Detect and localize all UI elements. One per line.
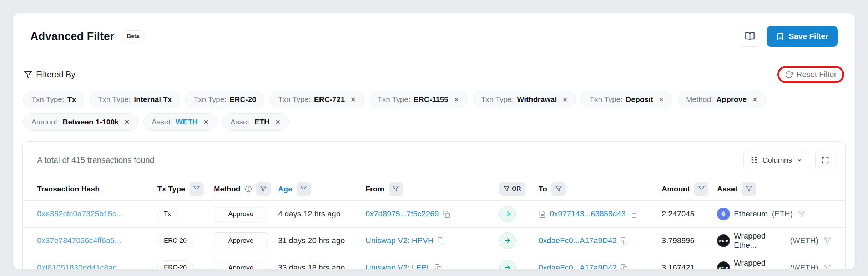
chip-close-icon[interactable]: ✕ <box>562 96 568 103</box>
fullscreen-button[interactable] <box>815 151 835 169</box>
chip-close-icon[interactable]: ✕ <box>752 96 758 103</box>
asset-row-filter-icon[interactable] <box>824 237 831 244</box>
table-row: 0xf81051830dd41c8ac... ERC-20 Approve 33… <box>23 254 845 270</box>
asset-filter-button[interactable] <box>742 182 756 196</box>
transaction-hash-link[interactable]: 0xe352cfc0a7325b15c... <box>37 209 123 218</box>
or-label: OR <box>512 185 521 193</box>
to-address-link[interactable]: 0xdaeFc0...A17a9D42 <box>539 236 617 245</box>
copy-icon[interactable] <box>620 264 628 270</box>
age-filter-button[interactable] <box>297 182 311 196</box>
from-address-link[interactable]: Uniswap V2: HPVH <box>365 236 434 245</box>
to-filter-button[interactable] <box>551 182 566 196</box>
chip-close-icon[interactable]: ✕ <box>658 96 664 103</box>
asset-icon-text: WETH <box>718 266 728 270</box>
filter-chip: Txn Type: Deposit ✕ <box>581 91 672 108</box>
beta-badge: Beta <box>121 30 146 42</box>
asset-icon: WETH <box>717 261 730 270</box>
to-address-link[interactable]: 0xdaeFc0...A17a9D42 <box>539 263 617 270</box>
chip-label: Txn Type: <box>378 95 410 104</box>
filtered-by-row: Filtered By Reset Filter <box>22 66 846 83</box>
method-help-icon[interactable] <box>245 185 252 193</box>
asset-icon <box>717 208 730 220</box>
age-value: 31 days 20 hrs ago <box>278 236 365 245</box>
table-header-row: Transaction Hash Tx Type Method Age From <box>23 177 845 201</box>
filtered-by-label: Filtered By <box>36 70 75 80</box>
filter-chip: Txn Type: Tx <box>23 91 84 108</box>
chip-label: Txn Type: <box>590 95 622 104</box>
chip-label: Amount: <box>31 118 59 126</box>
chip-value: WETH <box>176 118 198 126</box>
filter-chip: Txn Type: Internal Tx <box>90 91 180 108</box>
chip-value: Deposit <box>626 95 653 104</box>
method-badge-button[interactable]: Approve <box>214 206 268 222</box>
asset-symbol: (WETH) <box>790 236 818 245</box>
asset-row-filter-icon[interactable] <box>798 210 805 218</box>
copy-icon[interactable] <box>443 210 450 218</box>
bookmark-icon <box>776 32 784 41</box>
chip-close-icon[interactable]: ✕ <box>124 119 130 126</box>
copy-icon[interactable] <box>629 210 637 218</box>
col-to: To <box>539 185 547 193</box>
filter-chip: Txn Type: ERC-721 ✕ <box>270 91 364 108</box>
chip-label: Txn Type: <box>193 95 226 104</box>
tx-type-filter-button[interactable] <box>190 182 204 196</box>
method-filter-button[interactable] <box>256 182 271 196</box>
chip-value: ETH <box>254 118 269 126</box>
to-address-link[interactable]: 0x977143...63858d43 <box>550 209 626 219</box>
reset-filter-annotation: Reset Filter <box>777 66 844 83</box>
asset-icon: WETH <box>717 234 730 247</box>
chip-close-icon[interactable]: ✕ <box>454 96 459 103</box>
chip-label: Asset: <box>152 118 172 126</box>
from-address-link[interactable]: 0x7d8975...7f5c2269 <box>365 209 439 219</box>
tx-type-badge: ERC-20 <box>157 234 193 248</box>
chip-value: Approve <box>716 95 747 104</box>
filter-chip: Asset: WETH ✕ <box>143 113 217 131</box>
chip-value: ERC-721 <box>314 95 345 104</box>
asset-name: Wrapped Ethe... <box>734 259 786 270</box>
method-badge-button[interactable]: Approve <box>214 232 268 249</box>
chip-close-icon[interactable]: ✕ <box>275 119 281 126</box>
direction-arrow-icon <box>499 232 516 249</box>
chip-close-icon[interactable]: ✕ <box>203 119 209 126</box>
col-amount: Amount <box>662 185 690 193</box>
method-badge-button[interactable]: Approve <box>214 260 268 270</box>
saved-filters-button[interactable] <box>739 26 761 47</box>
age-value: 33 days 18 hrs ago <box>278 263 365 270</box>
page-title: Advanced Filter <box>30 30 115 43</box>
results-summary: A total of 415 transactions found <box>37 155 155 165</box>
copy-icon[interactable] <box>434 264 442 270</box>
chip-close-icon[interactable]: ✕ <box>350 96 356 103</box>
copy-icon[interactable] <box>437 237 445 245</box>
amount-value: 3.167421 <box>662 263 717 270</box>
funnel-icon <box>24 70 32 79</box>
from-address-link[interactable]: Uniswap V2: LEPL <box>365 263 431 270</box>
amount-value: 3.798896 <box>662 236 717 245</box>
direction-arrow-icon <box>499 206 516 222</box>
col-from: From <box>365 185 384 193</box>
chevron-down-icon <box>796 157 803 163</box>
copy-icon[interactable] <box>620 237 628 245</box>
col-asset: Asset <box>717 185 737 193</box>
from-filter-button[interactable] <box>389 182 403 196</box>
reset-filter-button[interactable]: Reset Filter <box>785 70 837 79</box>
or-filter-button[interactable]: OR <box>499 182 525 196</box>
columns-dropdown-button[interactable]: Columns <box>743 151 810 169</box>
tx-type-badge: ERC-20 <box>157 260 193 270</box>
filter-chips: Txn Type: Tx Txn Type: Internal Tx Txn T… <box>22 91 846 131</box>
chip-value: ERC-20 <box>229 95 256 104</box>
transactions-table-card: A total of 415 transactions found Column… <box>22 141 846 270</box>
transaction-hash-link[interactable]: 0xf81051830dd41c8ac... <box>37 263 123 270</box>
transaction-hash-link[interactable]: 0x37e7847026c4ff6a5... <box>37 236 121 245</box>
asset-row-filter-icon[interactable] <box>824 264 831 270</box>
tx-type-badge: Tx <box>157 207 177 221</box>
table-row: 0x37e7847026c4ff6a5... ERC-20 Approve 31… <box>23 228 845 254</box>
chip-value: Tx <box>67 95 76 104</box>
col-age[interactable]: Age <box>278 185 292 193</box>
chip-label: Txn Type: <box>31 95 64 104</box>
book-open-icon <box>745 31 755 41</box>
filter-chip: Asset: ETH ✕ <box>222 113 289 131</box>
amount-value: 2.247045 <box>662 209 717 219</box>
amount-filter-button[interactable] <box>694 182 708 196</box>
filter-chip: Txn Type: Withdrawal ✕ <box>473 91 576 108</box>
save-filter-button[interactable]: Save Filter <box>767 26 838 47</box>
